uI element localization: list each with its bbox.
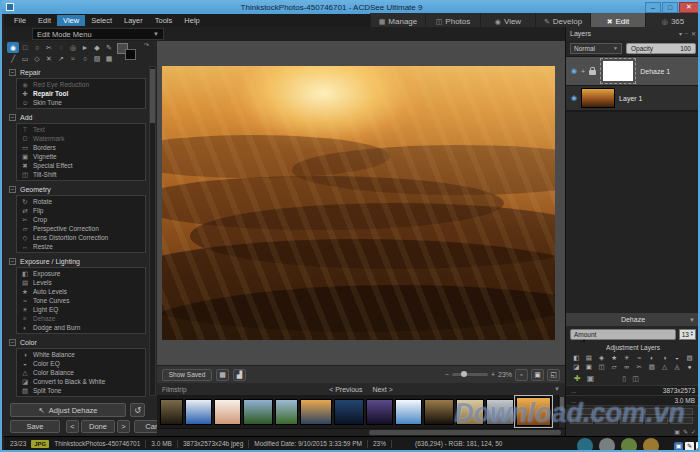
adjustment-layer-icon-17[interactable]: △	[658, 362, 671, 371]
filmstrip-thumbnail[interactable]	[334, 399, 364, 425]
filmstrip-menu-icon[interactable]: ▼	[554, 386, 560, 392]
menu-tools[interactable]: Tools	[149, 15, 179, 26]
tool-resize[interactable]: ↔Resize	[17, 242, 145, 251]
collapse-icon[interactable]: −	[9, 69, 16, 76]
spinner-icons[interactable]: ▲▼	[690, 331, 693, 337]
lasso-tool-icon[interactable]: ◌	[55, 42, 67, 53]
tool-group-header-add[interactable]: −Add	[4, 111, 150, 123]
adjustment-layer-icon-16[interactable]: ▨	[646, 362, 659, 371]
histogram-icon[interactable]: ▟	[233, 369, 246, 381]
adjust-dehaze-button[interactable]: ↖ Adjust Dehaze	[10, 403, 126, 417]
tool-text[interactable]: TText	[17, 125, 145, 134]
menu-file[interactable]: File	[8, 15, 32, 26]
filmstrip-thumbnail[interactable]	[395, 399, 422, 425]
amount-slider[interactable]: Amount ▲	[570, 329, 676, 340]
mini-button[interactable]: ...	[620, 408, 643, 415]
marquee-select-icon[interactable]: □	[19, 42, 31, 53]
tool-watermark[interactable]: ΩWatermark	[17, 134, 145, 143]
filmstrip-thumbnail[interactable]	[185, 399, 212, 425]
tool-convert-to-black-white[interactable]: ◪Convert to Black & White	[17, 377, 145, 386]
tool-crop[interactable]: ✂Crop	[17, 215, 145, 224]
adjustment-layer-icon-11[interactable]: ▣	[583, 362, 596, 371]
maximize-button[interactable]: □	[662, 2, 678, 13]
zoom-slider[interactable]	[452, 373, 488, 376]
tool-light-eq[interactable]: ☀Light EQ	[17, 305, 145, 314]
tool-dehaze[interactable]: ≡Dehaze	[17, 314, 145, 323]
adjustment-layer-icon-12[interactable]: ◫	[595, 362, 608, 371]
adjustment-layer-icon-13[interactable]: ▱	[608, 362, 621, 371]
tool-group-header-color[interactable]: −Color	[4, 336, 150, 348]
minimize-button[interactable]: –	[645, 2, 661, 13]
mini-button[interactable]: ...	[570, 408, 593, 415]
tool-skin-tune[interactable]: ☺Skin Tune	[17, 98, 145, 107]
scissors-tool-icon[interactable]: ✂	[43, 42, 55, 53]
zoom-out-button[interactable]: −	[445, 371, 449, 378]
menu-edit[interactable]: Edit	[32, 15, 57, 26]
check-icon[interactable]: ✓	[691, 428, 696, 435]
filmstrip-thumbnail[interactable]	[243, 399, 273, 425]
adjustment-layer-icon-15[interactable]: ✂	[633, 362, 646, 371]
visibility-eye-icon[interactable]: ◉	[571, 67, 577, 75]
adjustment-layer-icon-6[interactable]: ◐	[646, 353, 659, 362]
filmstrip-scrollbar[interactable]	[558, 395, 565, 428]
tool-borders[interactable]: ▭Borders	[17, 143, 145, 152]
adjustment-layer-icon-5[interactable]: ≈	[633, 353, 646, 362]
adjustment-layer-icon-1[interactable]: ▤	[583, 353, 596, 362]
fit-image-button[interactable]: ▣	[531, 369, 544, 381]
grid-view-icon[interactable]: ▦	[216, 369, 229, 381]
done-button[interactable]: Done	[81, 420, 115, 433]
show-saved-button[interactable]: Show Saved	[162, 369, 212, 381]
panel-menu-icon[interactable]: ▾	[679, 30, 682, 37]
adjustment-layer-icon-9[interactable]: ▧	[683, 353, 696, 362]
magic-wand-icon[interactable]: ◎	[67, 42, 79, 53]
add-layer-button[interactable]: ✚	[574, 374, 581, 383]
new-group-button[interactable]: ▣	[587, 374, 595, 383]
tool-tone-curves[interactable]: ≈Tone Curves	[17, 296, 145, 305]
duplicate-layer-button[interactable]: ◫	[632, 375, 639, 383]
mini-button[interactable]: ...	[670, 408, 693, 415]
adjustment-layer-icon-10[interactable]: ◪	[570, 362, 583, 371]
arrow-tool-icon[interactable]: ↗	[55, 53, 67, 64]
layer-name[interactable]: Dehaze 1	[640, 68, 670, 75]
tool-levels[interactable]: ▤Levels	[17, 278, 145, 287]
previous-button[interactable]: < Previous	[329, 386, 362, 393]
tool-group-header-geometry[interactable]: −Geometry	[4, 183, 150, 195]
dehaze-layer-thumbnail[interactable]	[603, 61, 633, 81]
filmstrip-thumbnail[interactable]	[300, 399, 332, 425]
tool-dodge-and-burn[interactable]: ◐Dodge and Burn	[17, 323, 145, 332]
shape-tool-icon[interactable]: ◆	[91, 42, 103, 53]
tool-tilt-shift[interactable]: ◫Tilt-Shift	[17, 170, 145, 179]
circle-tool-icon[interactable]: ○	[79, 53, 91, 64]
next-button[interactable]: Next >	[372, 386, 392, 393]
previous-image-button[interactable]: <	[66, 420, 79, 433]
next-image-button[interactable]: >	[117, 420, 130, 433]
zoom-in-button[interactable]: +	[491, 371, 495, 378]
add-mask-icon[interactable]: +	[581, 68, 585, 75]
edit-pencil-icon[interactable]: ✎	[683, 428, 688, 435]
collapse-icon[interactable]: −	[9, 339, 16, 346]
collapse-icon[interactable]: −	[9, 114, 16, 121]
filmstrip-thumbnail[interactable]	[214, 399, 241, 425]
filmstrip-thumbnail[interactable]	[160, 399, 183, 425]
rectangle-tool-icon[interactable]: ▭	[19, 53, 31, 64]
adjustment-layer-icon-8[interactable]: ◒	[671, 353, 684, 362]
collapse-icon[interactable]: −	[9, 258, 16, 265]
menu-view[interactable]: View	[57, 15, 85, 26]
adjustment-layer-icon-2[interactable]: ◈	[595, 353, 608, 362]
background-swatch[interactable]	[125, 49, 136, 60]
tool-repair-tool[interactable]: ✚Repair Tool	[17, 89, 145, 98]
delete-layer-button[interactable]: ▯	[622, 375, 626, 383]
snap-icon[interactable]: ▣	[674, 428, 680, 435]
mini-button[interactable]: ...	[620, 417, 643, 424]
adjustment-layer-icon-3[interactable]: ★	[608, 353, 621, 362]
mini-button[interactable]: ...	[595, 417, 618, 424]
adjustment-layer-icon-19[interactable]: ●	[683, 362, 696, 371]
mini-button[interactable]: ...	[595, 408, 618, 415]
dehaze-section-header[interactable]: Dehaze ▼	[566, 313, 700, 326]
tool-auto-levels[interactable]: ★Auto Levels	[17, 287, 145, 296]
mini-button[interactable]: ...	[670, 417, 693, 424]
tool-special-effect[interactable]: ✖Special Effect	[17, 161, 145, 170]
adjustment-layer-icon-14[interactable]: ∞	[620, 362, 633, 371]
collapse-icon[interactable]: −	[9, 186, 16, 193]
close-button[interactable]: ✕	[679, 2, 699, 13]
